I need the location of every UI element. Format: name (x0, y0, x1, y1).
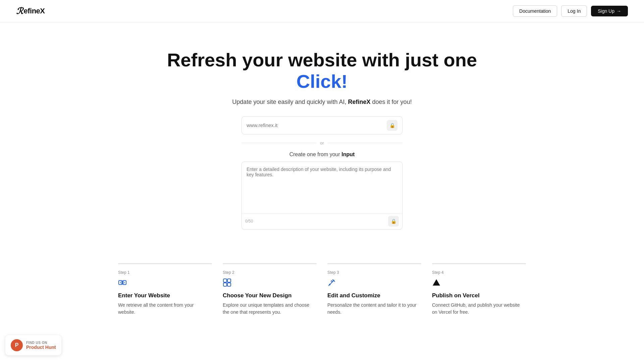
step-3-label: Step 3 (327, 270, 421, 275)
step-4-desc: Connect GitHub, and publish your website… (432, 302, 526, 316)
url-input[interactable] (247, 122, 387, 128)
step-4-label: Step 4 (432, 270, 526, 275)
step-card-1: Step 1 Enter Your Website We retrieve al… (118, 263, 212, 316)
svg-marker-7 (433, 279, 440, 286)
hero-subtitle: Update your site easily and quickly with… (13, 99, 631, 106)
nav-actions: Documentation Log In Sign Up → (513, 5, 628, 17)
steps-section: Step 1 Enter Your Website We retrieve al… (87, 243, 557, 336)
step-3-icon (327, 278, 336, 289)
svg-rect-2 (223, 279, 227, 282)
svg-rect-3 (227, 279, 231, 282)
step-2-label: Step 2 (223, 270, 317, 275)
hero-title-line1: Refresh your website with just one (167, 49, 477, 70)
signup-button[interactable]: Sign Up → (591, 6, 628, 16)
step-1-label: Step 1 (118, 270, 212, 275)
signup-arrow-icon: → (616, 8, 621, 14)
step-3-title: Edit and Customize (327, 292, 421, 299)
create-label: Create one from your Input (13, 152, 631, 158)
description-textarea[interactable] (242, 162, 402, 212)
product-hunt-find-us: FIND US ON (26, 341, 56, 345)
logo[interactable]: ℛ efineX (16, 6, 45, 16)
char-count: 0/50 (245, 219, 253, 224)
product-hunt-icon: P (11, 339, 23, 351)
step-3-desc: Personalize the content and tailor it to… (327, 302, 421, 316)
step-card-4: Step 4 Publish on Vercel Connect GitHub,… (432, 263, 526, 316)
hero-title: Refresh your website with just one Click… (13, 49, 631, 93)
hero-subtitle-brand: RefineX (348, 99, 371, 105)
textarea-footer: 0/50 🔒 (242, 214, 402, 229)
hero-subtitle-suffix: does it for you! (372, 99, 412, 105)
step-2-line (223, 263, 317, 264)
step-1-desc: We retrieve all the content from your we… (118, 302, 212, 316)
step-card-3: Step 3 Edit and Customize Personalize th… (327, 263, 421, 316)
step-1-line (118, 263, 212, 264)
or-divider: or (241, 140, 402, 145)
login-button[interactable]: Log In (561, 5, 587, 17)
url-input-wrapper: 🔒 (241, 116, 402, 134)
hero-subtitle-prefix: Update your site easily and quickly with… (232, 99, 346, 105)
svg-rect-5 (227, 283, 231, 286)
step-card-2: Step 2 Choose Your New Design Explore ou… (223, 263, 317, 316)
step-4-line (432, 263, 526, 264)
step-1-icon (118, 278, 127, 289)
step-2-desc: Explore our unique templates and choose … (223, 302, 317, 316)
step-4-icon (432, 278, 441, 289)
product-hunt-text: FIND US ON Product Hunt (26, 341, 56, 350)
or-text: or (320, 140, 324, 145)
textarea-wrapper: 0/50 🔒 (241, 162, 402, 230)
step-2-icon (223, 278, 231, 289)
textarea-lock-icon: 🔒 (388, 216, 399, 227)
navbar: ℛ efineX Documentation Log In Sign Up → (0, 0, 644, 22)
svg-point-6 (331, 281, 332, 282)
step-1-title: Enter Your Website (118, 292, 212, 299)
documentation-button[interactable]: Documentation (513, 5, 557, 17)
create-label-prefix: Create one from your (289, 152, 340, 157)
product-hunt-name: Product Hunt (26, 345, 56, 350)
hero-section: Refresh your website with just one Click… (0, 22, 644, 243)
lock-icon: 🔒 (387, 120, 397, 131)
create-label-bold: Input (341, 152, 355, 157)
svg-rect-4 (223, 283, 227, 286)
hero-title-line2: Click! (297, 71, 348, 92)
step-4-title: Publish on Vercel (432, 292, 526, 299)
product-hunt-badge[interactable]: P FIND US ON Product Hunt (5, 335, 61, 355)
signup-label: Sign Up (598, 8, 614, 14)
step-3-line (327, 263, 421, 264)
step-2-title: Choose Your New Design (223, 292, 317, 299)
